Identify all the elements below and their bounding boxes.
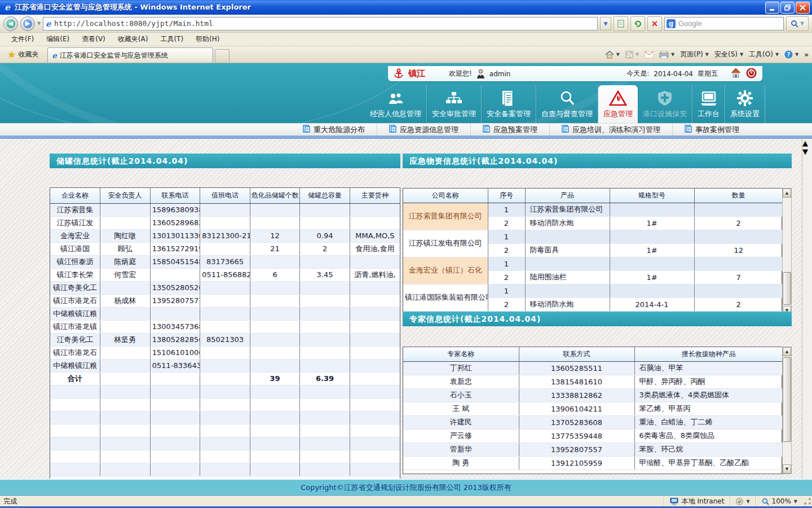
close-button[interactable] <box>796 2 810 14</box>
scroll-up-icon[interactable]: ▲ <box>783 189 791 198</box>
mail-button[interactable] <box>645 51 654 58</box>
experts-panel-title: 专家信息统计(截止2014.04.04) <box>403 312 792 326</box>
experts-scrollbar[interactable]: ▲ ▼ <box>782 347 792 474</box>
supplies-scrollbar[interactable]: ▲ ▼ <box>782 188 792 316</box>
nav-item-label: 工作台 <box>698 109 720 119</box>
home-shortcut-button[interactable] <box>730 68 742 80</box>
stop-button[interactable]: × <box>647 16 662 31</box>
page-scrollbar[interactable]: ▲ ▼ <box>802 139 812 479</box>
cell <box>350 255 400 268</box>
menu-item[interactable]: 收藏夹(A) <box>112 33 154 46</box>
cell <box>100 281 151 294</box>
cell: 陆用围油栏 <box>525 270 610 284</box>
cell <box>250 385 300 398</box>
restore-button[interactable] <box>780 2 795 14</box>
today-label: 今天是: <box>626 69 649 78</box>
minimize-button[interactable] <box>765 2 779 14</box>
browser-tab[interactable]: e 江苏省港口安全监管与应急管理系统 <box>47 47 213 63</box>
subnav-item-2[interactable]: 应急资源信息管理 <box>377 124 470 135</box>
menu-item[interactable]: 查看(V) <box>76 33 111 46</box>
subnav-item-3[interactable]: 应急预案管理 <box>470 124 549 135</box>
history-dropdown-icon[interactable]: ▼ <box>37 21 41 26</box>
supplies-table: 公司名称序号产品规格型号数量 江苏索普集团有限公司1江苏索普集团有限公司 2移动… <box>403 189 783 312</box>
cell: 2 <box>488 270 525 284</box>
table-row <box>50 398 400 411</box>
cell: 镇江市港龙镇 <box>50 320 100 333</box>
subnav-item-4[interactable]: 应急培训、演练和演习管理 <box>549 124 672 135</box>
nav-item-7[interactable]: 工作台 <box>692 85 725 123</box>
cell: 苯胺、环己烷 <box>634 443 783 456</box>
tools-menu[interactable]: 工具(O)▼ <box>749 50 779 59</box>
document-icon <box>483 125 490 134</box>
resize-grip[interactable] <box>803 497 812 506</box>
nav-item-5[interactable]: 应急管理 <box>598 85 638 123</box>
cell <box>100 216 151 229</box>
feeds-button[interactable]: ▼ <box>625 51 639 59</box>
zone-indicator: 本地 Intranet <box>664 496 730 506</box>
forward-button[interactable]: ▶ <box>20 16 35 31</box>
nav-item-3[interactable]: 安全备案管理 <box>482 85 536 123</box>
menu-item[interactable]: 编辑(E) <box>41 33 75 46</box>
cell: 12 <box>694 243 783 257</box>
nav-item-6[interactable]: 港口设施保安 <box>638 85 692 123</box>
document-icon <box>303 125 310 134</box>
cell <box>610 203 694 216</box>
laptop-icon <box>700 91 718 106</box>
cell <box>50 385 100 398</box>
menu-item[interactable]: 文件(F) <box>6 33 39 46</box>
scroll-up-icon[interactable]: ▲ <box>802 139 808 147</box>
nav-item-8[interactable]: 系统设置 <box>725 85 765 123</box>
search-input[interactable] <box>678 19 782 28</box>
protected-mode-button[interactable]: ▼ <box>730 496 755 506</box>
home-button[interactable]: ▼ <box>605 51 620 59</box>
security-menu[interactable]: 安全(S)▼ <box>714 50 743 59</box>
scroll-down-icon[interactable]: ▼ <box>783 465 791 474</box>
cell: 何雪宏 <box>100 268 151 281</box>
scroll-up-icon[interactable]: ▲ <box>783 347 791 356</box>
table-row: 金海宏业陶红暾1301301133083121300-21120.94MMA,M… <box>50 229 400 242</box>
company-cell: 江苏镇江发电有限公司 <box>403 230 488 257</box>
table-row: 合计 396.39 <box>50 372 400 385</box>
search-dropdown-icon[interactable]: ▼ <box>800 21 804 26</box>
scrollbar-thumb[interactable] <box>783 357 791 442</box>
tank-table-box: 企业名称安全负责人联系电话值班电话危化品储罐个数储罐总容量主要货种 江苏索普集 … <box>50 187 400 488</box>
nav-item-1[interactable]: 经营人信息管理 <box>365 85 427 123</box>
print-button[interactable]: ▼ <box>659 51 674 59</box>
cell: 1 <box>488 257 525 270</box>
refresh-button[interactable] <box>630 16 645 31</box>
table-row: 镇江港国际集装箱有限公司1 <box>403 284 783 297</box>
logout-button[interactable] <box>746 68 757 80</box>
table-row: 镇江李长荣何雪宏 0511-85688263.45沥青,燃料油, <box>50 268 400 281</box>
page-menu[interactable]: 页面(P)▼ <box>680 50 709 59</box>
cell <box>150 450 200 463</box>
column-header: 安全负责人 <box>100 188 151 203</box>
cell <box>300 333 350 346</box>
cell <box>100 450 151 463</box>
zoom-control[interactable]: 100% ▼ <box>756 496 803 506</box>
back-button[interactable]: ◀ <box>3 16 18 31</box>
overflow-chevron-icon[interactable]: » <box>804 51 809 59</box>
url-dropdown-button[interactable]: ▼ <box>600 17 611 30</box>
menu-item[interactable]: 工具(T) <box>155 33 189 46</box>
nav-item-4[interactable]: 自查与督查管理 <box>536 85 598 123</box>
scrollbar-thumb[interactable] <box>783 272 791 305</box>
url-input[interactable] <box>54 19 596 28</box>
table-row: 袁新忠13815481610甲醇、异丙醇、丙酮 <box>403 375 783 388</box>
cell: 13013011330 <box>150 229 200 242</box>
compatibility-button[interactable] <box>614 16 628 31</box>
favorites-button[interactable]: ★ 收藏夹 <box>3 48 43 62</box>
subnav-item-5[interactable]: 事故案例管理 <box>672 124 751 135</box>
search-go-button[interactable]: ▼ <box>786 16 809 31</box>
cell: 13906104211 <box>519 402 634 415</box>
new-tab-stub[interactable] <box>215 49 230 63</box>
cell <box>300 255 350 268</box>
subnav-item-1[interactable]: 重大危险源分布 <box>291 124 377 135</box>
nav-item-2[interactable]: 安全审批管理 <box>427 85 482 123</box>
scroll-down-icon[interactable]: ▼ <box>802 147 808 156</box>
tank-table: 企业名称安全负责人联系电话值班电话危化品储罐个数储罐总容量主要货种 江苏索普集 … <box>50 188 400 476</box>
users-icon <box>387 91 404 106</box>
subnav-item-label: 重大危险源分布 <box>314 125 365 135</box>
cell: 林坚勇 <box>100 333 151 346</box>
menu-item[interactable]: 帮助(H) <box>190 33 225 46</box>
help-button[interactable]: ?▼ <box>784 50 798 59</box>
